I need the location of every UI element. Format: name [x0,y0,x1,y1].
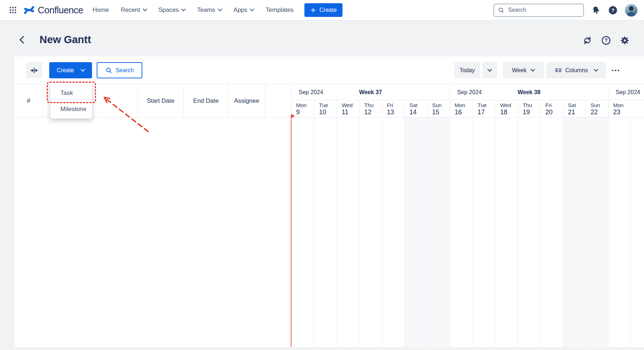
column-header-#: # [15,84,42,117]
notifications-button[interactable] [591,5,601,15]
day-name: Mon [296,102,314,108]
day-number: 15 [432,109,450,116]
collapse-panel-button[interactable] [26,62,42,78]
timeline-column [608,118,631,347]
chevron-left-icon [18,35,27,44]
help-page-button[interactable]: ? [600,34,612,46]
day-number: 14 [409,109,427,116]
sync-arrows-icon [583,36,592,45]
nav-item-spaces[interactable]: Spaces [158,6,185,14]
chevron-down-icon [181,7,186,11]
search-icon [498,7,505,14]
plus-icon [310,7,316,13]
chevron-down-icon [594,67,598,72]
confluence-logo[interactable]: Confluence [24,5,83,16]
day-header-cell: Sun22 [585,100,608,117]
column-header-Assignee: Assignee [228,84,265,117]
week-label: Week 38 [450,89,608,96]
day-number: 19 [523,109,540,116]
timeline-column [404,118,427,347]
day-header-cell: Fri20 [540,100,563,117]
day-name: Fri [545,102,563,108]
today-button[interactable]: Today [454,62,480,78]
timeline-week-header: Sep 2024Mon23 [608,84,644,117]
day-header-cell: Wed11 [337,100,359,117]
timeline-week-header: Sep 2024Week 38Mon16Tue17Wed18Thu19Fri20… [450,84,608,117]
gear-icon [620,36,630,45]
back-button[interactable] [16,33,29,46]
timeline-column [585,118,608,347]
day-header-cell: Sat21 [563,100,585,117]
day-name: Thu [523,102,540,108]
month-label: Sep 2024 [616,89,640,96]
nav-item-apps[interactable]: Apps [234,6,254,14]
day-header-cell: Tue10 [314,100,337,117]
nav-menu: HomeRecentSpacesTeamsAppsTemplates [93,6,294,14]
day-name: Fri [387,102,404,108]
menu-item-milestone[interactable]: Milestone [50,101,92,117]
timeline-month-row: Sep 2024Week 38 [450,84,608,100]
timeline-week-header: Sep 2024Week 37Mon9Tue10Wed11Thu12Fri13S… [291,84,450,117]
day-header-cell: Mon16 [450,100,473,117]
chevron-down-icon [218,7,222,11]
global-search[interactable] [493,4,584,17]
timeline-column [563,118,585,347]
timeline-month-row: Sep 2024 [608,84,644,100]
day-name: Sat [409,102,427,108]
refresh-button[interactable] [581,34,593,46]
today-marker-line [291,115,291,347]
create-button[interactable]: Create [49,62,92,78]
confluence-mark-icon [24,5,34,15]
nav-create-button[interactable]: Create [304,3,342,17]
day-number: 21 [568,109,585,116]
day-number: 17 [478,109,495,116]
nav-item-templates[interactable]: Templates [266,6,293,14]
nav-item-recent[interactable]: Recent [121,6,147,14]
timeline-column [472,118,495,347]
timescale-button[interactable]: Week [503,62,544,78]
day-header-cell: Thu19 [518,100,540,117]
search-input[interactable] [507,6,580,14]
timeline-column [291,118,314,347]
nav-item-home[interactable]: Home [93,6,109,14]
day-number: 23 [613,109,631,116]
day-name: Tue [478,102,495,108]
help-button[interactable]: ? [608,5,618,15]
day-number: 22 [590,109,608,116]
columns-button[interactable]: Columns [546,62,606,78]
timeline-column [495,118,518,347]
day-header-cell: Tue17 [473,100,495,117]
create-dropdown-menu: Task Milestone [50,83,92,119]
day-number: 9 [296,109,314,116]
timeline-column [359,118,382,347]
columns-icon [555,66,562,74]
timeline-column [382,118,404,347]
question-circle-icon: ? [608,5,618,15]
ellipsis-icon [611,66,620,75]
day-number: 12 [364,109,382,116]
search-tasks-button[interactable]: Search [97,62,142,78]
menu-item-task[interactable]: Task [50,85,92,101]
column-header-blank [265,84,291,117]
today-marker-flag-icon [291,114,295,118]
profile-avatar[interactable] [625,4,638,17]
grid-header: #Start DateEnd DateAssigneeSep 2024Week … [15,84,644,118]
day-name: Wed [500,102,518,108]
day-name: Tue [319,102,337,108]
day-name: Thu [364,102,382,108]
day-number: 16 [455,109,473,116]
column-header-Start Date: Start Date [138,84,183,117]
app-switcher-button[interactable] [6,4,19,17]
timeline-column [450,118,472,347]
today-dropdown-button[interactable] [482,62,497,78]
day-name: Mon [455,102,473,108]
settings-button[interactable] [619,34,630,46]
nav-item-teams[interactable]: Teams [197,6,221,14]
column-header-End Date: End Date [183,84,228,117]
more-options-button[interactable] [609,62,622,78]
day-name: Sun [590,102,608,108]
day-name: Mon [613,102,631,108]
brand-wordmark: Confluence [38,5,83,16]
chevron-down-icon [143,7,147,11]
timeline-day-row: Mon9Tue10Wed11Thu12Fri13Sat14Sun15 [291,100,450,117]
